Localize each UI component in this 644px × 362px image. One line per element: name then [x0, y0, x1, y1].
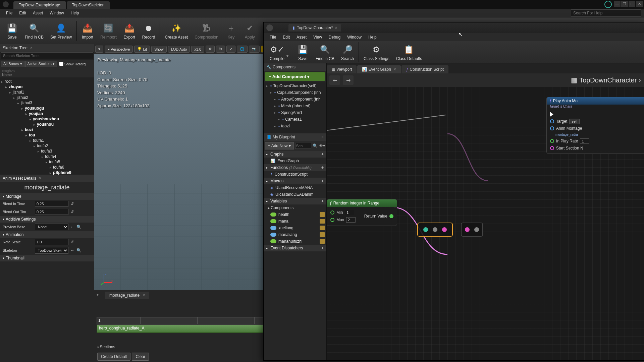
bone-toufa4[interactable]: toufa4: [1, 154, 93, 159]
pin-icon[interactable]: [465, 227, 470, 232]
variable-manahuifuzhi[interactable]: manahuifuzhi: [264, 238, 326, 245]
bone-pSphere9[interactable]: pSphere9: [1, 170, 93, 175]
bone-youshou[interactable]: youshou: [1, 122, 93, 127]
target-pin-icon[interactable]: [550, 119, 554, 123]
clear-button[interactable]: Clear: [132, 353, 149, 361]
mybp-item[interactable]: ƒConstructionScript: [264, 171, 326, 178]
blend-out-input[interactable]: [35, 209, 68, 215]
bone-root[interactable]: root: [1, 79, 93, 84]
bp-menu-debug[interactable]: Debug: [325, 34, 344, 41]
save-button[interactable]: 💾Save: [293, 42, 312, 62]
nav-back-button[interactable]: ⬅: [329, 75, 340, 85]
vp-perspective-button[interactable]: ▸ Perspective: [105, 46, 133, 53]
variable-manaliang[interactable]: manaliang: [264, 231, 326, 238]
mybp-cat-graphs[interactable]: Graphs+: [264, 151, 326, 158]
reset-icon[interactable]: ↺: [70, 209, 74, 214]
restore-button[interactable]: ❐: [621, 1, 628, 7]
pin-icon[interactable]: [423, 227, 428, 232]
import-button[interactable]: 📥Import: [78, 21, 97, 41]
bp-menu-window[interactable]: Window: [344, 34, 365, 41]
montage-pin-icon[interactable]: [550, 126, 554, 130]
bp-menu-file[interactable]: File: [266, 34, 279, 41]
camera-speed-icon[interactable]: 📷: [249, 46, 260, 53]
class-defaults-button[interactable]: 📋Class Defaults: [393, 42, 425, 62]
min-input[interactable]: [345, 210, 354, 215]
rate-input[interactable]: [580, 138, 589, 144]
vp-scale-button[interactable]: x1.0: [191, 46, 204, 53]
bone-bozi[interactable]: bozi: [1, 127, 93, 132]
bone-zhuyao[interactable]: zhuyao: [1, 84, 93, 89]
move-gizmo-icon[interactable]: ✥: [206, 46, 215, 53]
skeleton-select[interactable]: TopDownSkele: [35, 247, 68, 254]
component-item[interactable]: ▫CapsuleComponent (Inh: [264, 89, 326, 96]
scale-gizmo-icon[interactable]: ⤢: [226, 46, 235, 53]
component-item[interactable]: ▫ArrowComponent (Inh: [264, 96, 326, 103]
return-pin-icon[interactable]: [389, 214, 393, 218]
tab-viewport[interactable]: ▦ Viewport: [327, 65, 357, 73]
mybp-item[interactable]: 📊EventGraph: [264, 158, 326, 164]
search-help-input[interactable]: [571, 9, 641, 17]
mybp-cat-functions[interactable]: Functions (1 Overridable)+: [264, 164, 326, 171]
export-button[interactable]: 📤Export: [120, 21, 139, 41]
vp-lit-button[interactable]: 💡Lit: [134, 46, 150, 53]
menu-help[interactable]: Help: [67, 9, 83, 17]
bone-toufa5[interactable]: toufa5: [1, 159, 93, 165]
browse-icon[interactable]: 🔍: [76, 248, 82, 253]
breadcrumb[interactable]: ▦ TopDownCharacter ›: [571, 76, 641, 84]
menu-edit[interactable]: Edit: [16, 9, 30, 17]
mybp-components-subcat[interactable]: ▸ Components: [264, 204, 326, 211]
montage-tab[interactable]: montage_radiate ×: [105, 292, 149, 299]
components-list[interactable]: ▫TopDownCharacter(self)▫CapsuleComponent…: [264, 82, 326, 133]
bone-jizhui1[interactable]: jizhui1: [1, 89, 93, 95]
cat-thumbnail[interactable]: Thumbnail: [0, 255, 94, 261]
pin-icon[interactable]: [442, 227, 447, 232]
rate-pin-icon[interactable]: [550, 139, 554, 143]
compile-button[interactable]: ⚙✓Compile: [266, 42, 288, 62]
mybp-search-input[interactable]: [295, 143, 311, 149]
save-button[interactable]: 💾Save: [3, 21, 21, 41]
bone-youjian[interactable]: youjian: [1, 111, 93, 116]
skeleton-tree[interactable]: rootzhuyaojizhui1jizhui2jizhui3yousuoguy…: [0, 77, 94, 175]
component-item[interactable]: ▫Camera1: [264, 116, 326, 123]
component-item[interactable]: ▫taozi: [264, 123, 326, 129]
close-icon[interactable]: ×: [39, 176, 41, 181]
back-icon[interactable]: ←: [70, 225, 74, 229]
cat-additive[interactable]: Additive Settings: [0, 216, 94, 223]
bone-toufa6[interactable]: toufa6: [1, 165, 93, 170]
minimize-button[interactable]: —: [614, 1, 621, 7]
nav-forward-button[interactable]: ➡: [343, 75, 354, 85]
find-in-cb-button[interactable]: 🔍Find in CB: [312, 42, 338, 62]
create-asset-button[interactable]: ✨Create Asset: [161, 21, 191, 41]
create-default-button[interactable]: Create Default: [97, 353, 130, 361]
vp-menu-button[interactable]: ▾: [95, 46, 103, 53]
reset-icon[interactable]: ↺: [70, 240, 74, 244]
bp-menu-view[interactable]: View: [310, 34, 325, 41]
tab-skeleton[interactable]: TopDownSkeleton: [67, 1, 110, 9]
montage-menu-icon[interactable]: ▾: [94, 291, 101, 298]
bone-toufa2[interactable]: toufa2: [1, 143, 93, 148]
record-button[interactable]: ⏺Record: [139, 21, 159, 41]
bone-toufa1[interactable]: toufa1: [1, 138, 93, 143]
add-new-button[interactable]: + Add New ▾: [265, 142, 294, 149]
cat-montage[interactable]: Montage: [0, 193, 94, 200]
bone-youshouzhou[interactable]: youshouzhou: [1, 116, 93, 122]
close-button[interactable]: ✕: [636, 1, 643, 7]
filter-all-bones[interactable]: All Bones ▾: [1, 61, 24, 67]
node-random-integer[interactable]: ƒ Random Integer in Range Min Max Return…: [327, 199, 397, 226]
variable-mana[interactable]: mana: [264, 218, 326, 225]
browse-icon[interactable]: 🔍: [76, 225, 82, 229]
reset-icon[interactable]: ↺: [70, 201, 74, 206]
tab-map[interactable]: TopDownExampleMap*: [13, 1, 66, 9]
close-icon[interactable]: ×: [30, 46, 33, 50]
tab-event-graph[interactable]: 📊 Event Graph ×: [357, 65, 400, 73]
vp-lod-button[interactable]: LOD Auto: [168, 46, 190, 53]
pin-icon[interactable]: [433, 227, 437, 232]
menu-file[interactable]: File: [3, 9, 16, 17]
bp-menu-edit[interactable]: Edit: [279, 34, 293, 41]
exec-pin-icon[interactable]: [550, 112, 553, 117]
bone-toufa3[interactable]: toufa3: [1, 148, 93, 154]
filter-active-sockets[interactable]: Active Sockets ▾: [25, 61, 57, 67]
eye-icon[interactable]: 👁▾: [319, 143, 325, 148]
component-item[interactable]: ▫SpringArm1: [264, 109, 326, 116]
min-pin-icon[interactable]: [330, 210, 334, 215]
